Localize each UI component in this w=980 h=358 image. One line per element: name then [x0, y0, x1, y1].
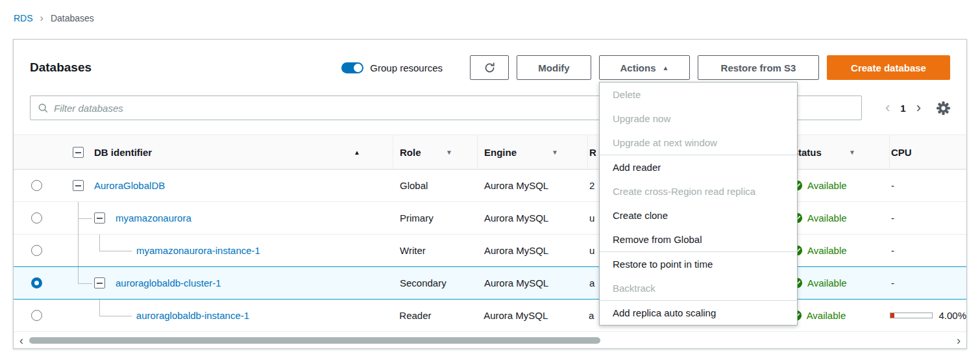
col-role-label: Role: [400, 147, 421, 158]
engine-cell: Aurora MySQL: [478, 202, 588, 234]
table-row[interactable]: myamazonaurora-instance-1 Writer Aurora …: [14, 235, 966, 267]
horizontal-scrollbar[interactable]: ‹ ›: [14, 332, 966, 348]
status-cell: Available: [789, 202, 890, 234]
col-status[interactable]: Status ▼: [789, 135, 890, 169]
scroll-left-icon[interactable]: ‹: [19, 335, 23, 346]
databases-panel: Databases Group resources Modify Actions…: [13, 39, 967, 349]
col-region-label: R: [589, 147, 596, 158]
menu-item-upgrade-now: Upgrade now: [600, 107, 797, 131]
menu-item-create-clone[interactable]: Create clone: [600, 203, 797, 227]
table-row[interactable]: auroraglobaldb-instance-1 Reader Aurora …: [14, 300, 966, 332]
engine-cell: Aurora MySQL: [477, 300, 587, 331]
gear-icon: [937, 101, 950, 115]
scrollbar-thumb[interactable]: [29, 337, 600, 344]
row-radio[interactable]: [31, 310, 42, 321]
group-resources-label: Group resources: [370, 62, 443, 73]
menu-item-add-replica-auto-scaling[interactable]: Add replica auto scaling: [600, 301, 797, 325]
engine-cell: Aurora MySQL: [478, 235, 588, 266]
db-identifier-link[interactable]: myamazonaurora: [116, 212, 191, 224]
scroll-right-icon[interactable]: ›: [957, 335, 961, 346]
row-radio[interactable]: [31, 212, 42, 224]
actions-dropdown: Actions ▲ Delete Upgrade now Upgrade at …: [599, 55, 690, 80]
page-title: Databases: [30, 60, 92, 75]
engine-cell: Aurora MySQL: [478, 170, 588, 201]
cpu-usage-bar: [890, 313, 933, 318]
header-controls: Group resources Modify Actions ▲ Delete …: [341, 55, 950, 80]
status-cell: Available: [789, 235, 890, 266]
menu-item-backtrack: Backtrack: [600, 276, 797, 300]
row-radio-checked[interactable]: [31, 277, 42, 288]
next-page-button[interactable]: ›: [916, 101, 921, 115]
table-row-selected[interactable]: auroraglobaldb-cluster-1 Secondary Auror…: [14, 266, 966, 300]
breadcrumb-chevron-icon: ›: [40, 13, 43, 23]
group-resources-toggle[interactable]: Group resources: [341, 62, 462, 73]
pagination: ‹ 1 ›: [885, 101, 921, 115]
panel-header: Databases Group resources Modify Actions…: [14, 40, 966, 90]
db-identifier-link[interactable]: myamazonaurora-instance-1: [136, 245, 260, 256]
cpu-cell: -: [890, 170, 966, 201]
filter-row: ‹ 1 ›: [14, 90, 966, 134]
row-radio[interactable]: [31, 245, 42, 256]
role-cell: Secondary: [393, 267, 478, 299]
status-text: Available: [807, 212, 847, 224]
current-page[interactable]: 1: [900, 103, 905, 114]
breadcrumb-rds-link[interactable]: RDS: [14, 13, 33, 23]
role-cell: Reader: [393, 300, 477, 331]
role-filter-caret-icon[interactable]: ▼: [446, 149, 452, 156]
db-identifier-link[interactable]: AuroraGlobalDB: [94, 180, 165, 191]
cpu-cell: 4.00%: [888, 300, 966, 331]
modify-button[interactable]: Modify: [517, 55, 591, 80]
refresh-icon: [484, 62, 495, 73]
status-cell: Available: [789, 170, 890, 201]
cpu-usage-text: 4.00%: [938, 310, 966, 321]
actions-button-label: Actions: [620, 62, 656, 73]
expand-toggle-icon[interactable]: [94, 277, 105, 288]
table-row[interactable]: AuroraGlobalDB Global Aurora MySQL 2 Ava…: [14, 170, 966, 202]
restore-from-s3-button[interactable]: Restore from S3: [698, 55, 819, 80]
menu-item-delete: Delete: [600, 83, 797, 107]
col-cpu[interactable]: CPU: [890, 135, 966, 169]
menu-item-create-cross-region-replica: Create cross-Region read replica: [600, 179, 797, 203]
role-cell: Writer: [393, 235, 478, 266]
role-cell: Global: [393, 170, 478, 201]
expand-toggle-icon[interactable]: [73, 180, 84, 191]
menu-item-add-reader[interactable]: Add reader: [600, 155, 797, 179]
engine-filter-caret-icon[interactable]: ▼: [552, 149, 558, 156]
cpu-cell: -: [890, 202, 966, 234]
toggle-switch[interactable]: [341, 62, 363, 73]
search-icon: [38, 103, 48, 113]
db-identifier-link[interactable]: auroraglobaldb-instance-1: [136, 310, 249, 321]
db-identifier-link[interactable]: auroraglobaldb-cluster-1: [116, 277, 221, 288]
status-text: Available: [807, 180, 847, 191]
refresh-button[interactable]: [470, 55, 509, 80]
settings-button[interactable]: [937, 101, 950, 115]
row-radio[interactable]: [31, 180, 42, 191]
menu-item-upgrade-next-window: Upgrade at next window: [600, 131, 797, 155]
create-database-button[interactable]: Create database: [827, 55, 950, 80]
table-header: DB identifier ▲ Role ▼ Engine ▼ R Status…: [14, 134, 966, 170]
collapse-all-header: [59, 135, 92, 169]
status-cell: Available: [789, 267, 890, 299]
prev-page-button[interactable]: ‹: [885, 101, 890, 115]
col-db-identifier[interactable]: DB identifier ▲: [92, 135, 393, 169]
breadcrumb-current: Databases: [51, 13, 94, 23]
col-role[interactable]: Role ▼: [393, 135, 478, 169]
expand-toggle-icon[interactable]: [94, 212, 105, 224]
select-column-header: [14, 135, 59, 169]
status-filter-caret-icon[interactable]: ▼: [849, 149, 855, 156]
actions-button[interactable]: Actions ▲: [599, 55, 690, 80]
menu-item-remove-from-global[interactable]: Remove from Global: [600, 227, 797, 251]
sort-asc-icon: ▲: [354, 149, 360, 156]
col-engine[interactable]: Engine ▼: [478, 135, 588, 169]
actions-menu: Delete Upgrade now Upgrade at next windo…: [599, 82, 798, 326]
table-row[interactable]: myamazonaurora Primary Aurora MySQL u Av…: [14, 202, 966, 235]
collapse-all-icon[interactable]: [73, 147, 84, 158]
scrollbar-track[interactable]: [28, 337, 952, 344]
role-cell: Primary: [393, 202, 478, 234]
cpu-cell: -: [890, 267, 966, 299]
caret-up-icon: ▲: [663, 64, 669, 71]
cpu-usage-fill: [890, 313, 894, 318]
menu-item-restore-point-in-time[interactable]: Restore to point in time: [600, 252, 797, 276]
col-cpu-label: CPU: [891, 147, 912, 158]
status-text: Available: [807, 310, 846, 321]
